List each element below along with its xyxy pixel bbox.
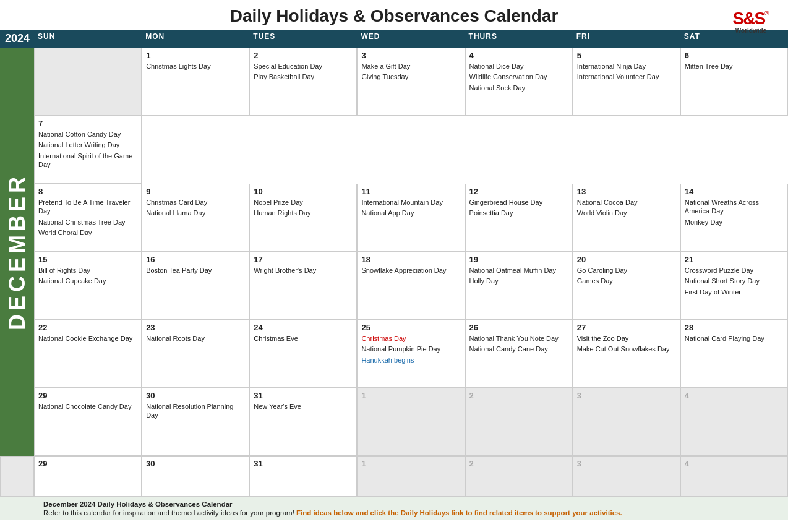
day-number: 9 [146,187,245,196]
holiday-label: Christmas Day [361,334,460,343]
day-cell-2-7: 14National Wreaths Across America DayMon… [680,184,788,252]
day-number: 29 [38,459,137,468]
day-cell-1-5: 4National Dice DayWildlife Conservation … [465,48,573,116]
day-number: 5 [577,51,676,60]
day-number: 31 [254,459,353,468]
holiday-label: Pretend To Be A Time Traveler Day [38,198,137,216]
holiday-label: World Violin Day [577,208,676,217]
day-number: 3 [577,459,676,468]
col-header-tues: TUES [249,30,357,48]
day-cell-1-7: 6Mitten Tree Day [680,48,788,116]
footer-line1: Refer to this calendar for inspiration a… [43,509,294,517]
holiday-label: National Card Playing Day [685,334,784,343]
day-cell-3-3: 17Wright Brother's Day [249,252,357,320]
holiday-label: National Resolution Planning Day [146,402,245,420]
logo-worldwide: Worldwide [735,27,766,34]
holiday-label: Wright Brother's Day [254,266,353,275]
day-number: 10 [254,187,353,196]
day-cell-5-3: 31New Year's Eve [249,388,357,456]
day-cell-2-5: 12Gingerbread House DayPoinsettia Day [465,184,573,252]
day-cell-3-6: 20Go Caroling DayGames Day [573,252,680,320]
holiday-label: Monkey Day [685,218,784,226]
last-row-day-2: 30 [142,456,249,496]
day-cell-3-2: 16Boston Tea Party Day [142,252,249,320]
holiday-label: Human Rights Day [254,208,353,217]
logo-reg: ® [764,10,769,17]
day-cell-5-5: 2 [465,388,573,456]
holiday-label: International Mountain Day [361,198,460,207]
week-row-1: 1Christmas Lights Day2Special Education … [34,48,788,184]
day-number: 2 [254,51,353,60]
day-number: 3 [361,51,460,60]
day-number: 13 [577,187,676,196]
holiday-label: Christmas Card Day [146,198,245,207]
holiday-label: Giving Tuesday [361,72,460,81]
day-number: 2 [469,459,568,468]
day-cell-5-2: 30National Resolution Planning Day [142,388,249,456]
year-badge: 2024 [0,30,34,48]
day-number: 25 [361,323,460,332]
day-number: 1 [361,391,460,400]
day-number: 4 [469,51,568,60]
holiday-label: National Dice Day [469,62,568,71]
page-header: Daily Holidays & Observances Calendar S&… [0,0,788,30]
holiday-label: Make Cut Out Snowflakes Day [577,345,676,353]
col-header-thurs: THURS [465,30,573,48]
holiday-label: National Letter Writing Day [38,140,137,149]
week-row-2: 8Pretend To Be A Time Traveler DayNation… [34,184,788,252]
holiday-label: Boston Tea Party Day [146,266,245,275]
day-number: 22 [38,323,137,332]
footer-title: December 2024 Daily Holidays & Observanc… [43,500,782,508]
col-headers: SUN MON TUES WED THURS FRI SAT [34,30,788,48]
day-number: 20 [577,255,676,264]
holiday-label: First Day of Winter [685,288,784,296]
week-row-3: 15Bill of Rights DayNational Cupcake Day… [34,252,788,320]
holiday-label: Snowflake Appreciation Day [361,266,460,275]
day-number: 24 [254,323,353,332]
logo-ss-text: S&S [733,10,765,27]
day-cell-5-1: 29National Chocolate Candy Day [34,388,142,456]
holiday-label: Nobel Prize Day [254,198,353,207]
holiday-label: National Short Story Day [685,277,784,285]
holiday-label: Holly Day [469,277,568,285]
day-number: 23 [146,323,245,332]
holiday-label: Games Day [577,277,676,285]
holiday-label: Christmas Lights Day [146,62,245,71]
day-cell-4-7: 28National Card Playing Day [680,320,788,388]
holiday-label: National Roots Day [146,334,245,343]
holiday-label: National Pumpkin Pie Day [361,345,460,353]
holiday-label: Poinsettia Day [469,208,568,217]
holiday-label: National App Day [361,208,460,217]
day-cell-3-4: 18Snowflake Appreciation Day [357,252,465,320]
day-number: 1 [146,51,245,60]
holiday-label: Go Caroling Day [577,266,676,275]
holiday-label: National Wreaths Across America Day [685,198,784,216]
holiday-label: International Ninja Day [577,62,676,71]
day-cell-4-3: 24Christmas Eve [249,320,357,388]
holiday-label: National Cocoa Day [577,198,676,207]
holiday-label: National Llama Day [146,208,245,217]
day-cell-1-3: 2Special Education DayPlay Basketball Da… [249,48,357,116]
day-number: 7 [38,119,137,128]
holiday-label: Crossword Puzzle Day [685,266,784,275]
calendar-grid: 1Christmas Lights Day2Special Education … [34,48,788,456]
day-cell-1-6: 5International Ninja DayInternational Vo… [573,48,680,116]
day-cell-4-6: 27Visit the Zoo DayMake Cut Out Snowflak… [573,320,680,388]
day-cell-4-1: 22National Cookie Exchange Day [34,320,142,388]
holiday-label: International Volunteer Day [577,72,676,81]
col-header-sun: SUN [34,30,142,48]
day-cell-1-8: 7National Cotton Candy DayNational Lette… [34,116,142,184]
day-number: 4 [685,391,784,400]
day-cell-2-6: 13National Cocoa DayWorld Violin Day [573,184,680,252]
day-cell-2-3: 10Nobel Prize DayHuman Rights Day [249,184,357,252]
holiday-label: World Choral Day [38,228,137,237]
day-number: 3 [577,391,676,400]
last-row-day-7: 4 [680,456,788,496]
day-number: 11 [361,187,460,196]
day-number: 21 [685,255,784,264]
last-row-day-4: 1 [357,456,465,496]
last-row-day-5: 2 [465,456,573,496]
day-number: 27 [577,323,676,332]
page-title: Daily Holidays & Observances Calendar [230,6,559,26]
holiday-label: National Cotton Candy Day [38,130,137,139]
